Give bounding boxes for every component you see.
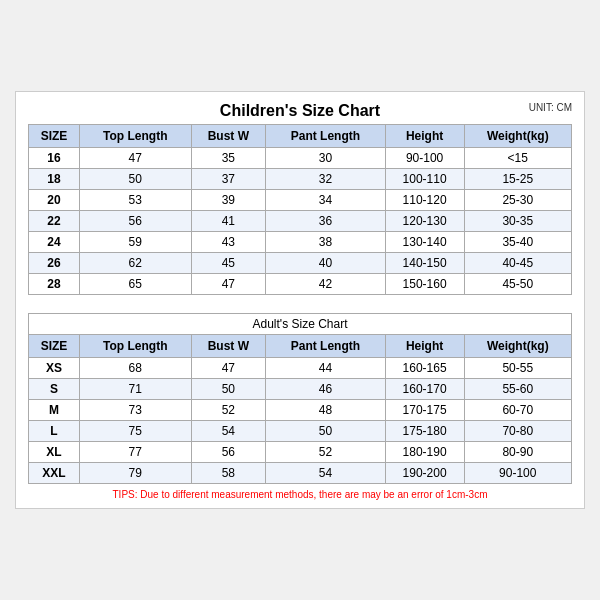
adult-col-header-weight: Weight(kg) (464, 335, 571, 358)
table-cell: 18 (29, 169, 80, 190)
table-row: XXL795854190-20090-100 (29, 463, 572, 484)
children-size-table: SIZE Top Length Bust W Pant Length Heigh… (28, 124, 572, 295)
table-cell: 55-60 (464, 379, 571, 400)
table-cell: 53 (79, 190, 191, 211)
table-cell: 22 (29, 211, 80, 232)
table-cell: 45 (191, 253, 266, 274)
table-cell: 50 (191, 379, 266, 400)
adults-title-row: Adult's Size Chart (29, 314, 572, 335)
table-cell: 60-70 (464, 400, 571, 421)
table-cell: 190-200 (385, 463, 464, 484)
adult-col-header-height: Height (385, 335, 464, 358)
table-cell: 48 (266, 400, 386, 421)
table-cell: 150-160 (385, 274, 464, 295)
table-cell: 160-165 (385, 358, 464, 379)
children-chart-title: Children's Size Chart (220, 102, 380, 120)
table-cell: 73 (79, 400, 191, 421)
table-cell: 90-100 (464, 463, 571, 484)
table-cell: L (29, 421, 80, 442)
table-cell: 65 (79, 274, 191, 295)
col-header-size: SIZE (29, 125, 80, 148)
table-cell: 59 (79, 232, 191, 253)
col-header-weight: Weight(kg) (464, 125, 571, 148)
table-cell: 43 (191, 232, 266, 253)
table-cell: 47 (79, 148, 191, 169)
table-row: 24594338130-14035-40 (29, 232, 572, 253)
table-cell: 56 (79, 211, 191, 232)
table-row: 1647353090-100<15 (29, 148, 572, 169)
table-cell: 110-120 (385, 190, 464, 211)
table-cell: 45-50 (464, 274, 571, 295)
adults-chart-title: Adult's Size Chart (29, 314, 572, 335)
table-cell: 15-25 (464, 169, 571, 190)
table-cell: 28 (29, 274, 80, 295)
table-cell: 36 (266, 211, 386, 232)
table-cell: 39 (191, 190, 266, 211)
unit-label: UNIT: CM (529, 102, 572, 113)
table-cell: XS (29, 358, 80, 379)
table-row: XL775652180-19080-90 (29, 442, 572, 463)
table-cell: 32 (266, 169, 386, 190)
table-cell: 175-180 (385, 421, 464, 442)
table-cell: 30 (266, 148, 386, 169)
table-cell: 56 (191, 442, 266, 463)
table-cell: 79 (79, 463, 191, 484)
table-row: XS684744160-16550-55 (29, 358, 572, 379)
table-row: S715046160-17055-60 (29, 379, 572, 400)
table-cell: 42 (266, 274, 386, 295)
table-cell: 35 (191, 148, 266, 169)
table-cell: 16 (29, 148, 80, 169)
table-cell: 52 (191, 400, 266, 421)
table-cell: 75 (79, 421, 191, 442)
table-cell: 26 (29, 253, 80, 274)
table-cell: 180-190 (385, 442, 464, 463)
table-cell: 130-140 (385, 232, 464, 253)
table-cell: 37 (191, 169, 266, 190)
adults-header-row: SIZE Top Length Bust W Pant Length Heigh… (29, 335, 572, 358)
col-header-bust-w: Bust W (191, 125, 266, 148)
table-cell: 80-90 (464, 442, 571, 463)
table-cell: 47 (191, 274, 266, 295)
table-cell: 90-100 (385, 148, 464, 169)
table-cell: 100-110 (385, 169, 464, 190)
children-header-row: SIZE Top Length Bust W Pant Length Heigh… (29, 125, 572, 148)
table-cell: 35-40 (464, 232, 571, 253)
tips-text: TIPS: Due to different measurement metho… (28, 489, 572, 500)
adult-col-header-pant-length: Pant Length (266, 335, 386, 358)
table-cell: 50-55 (464, 358, 571, 379)
chart-container: Children's Size Chart UNIT: CM SIZE Top … (15, 91, 585, 509)
table-row: 22564136120-13030-35 (29, 211, 572, 232)
main-title-row: Children's Size Chart UNIT: CM (28, 102, 572, 120)
table-cell: 47 (191, 358, 266, 379)
table-cell: 44 (266, 358, 386, 379)
col-header-top-length: Top Length (79, 125, 191, 148)
table-cell: XXL (29, 463, 80, 484)
table-cell: <15 (464, 148, 571, 169)
adult-col-header-bust-w: Bust W (191, 335, 266, 358)
table-cell: 62 (79, 253, 191, 274)
table-cell: 52 (266, 442, 386, 463)
table-row: 18503732100-11015-25 (29, 169, 572, 190)
table-cell: 40-45 (464, 253, 571, 274)
table-cell: 24 (29, 232, 80, 253)
table-cell: XL (29, 442, 80, 463)
table-cell: 140-150 (385, 253, 464, 274)
table-cell: 71 (79, 379, 191, 400)
table-cell: 68 (79, 358, 191, 379)
table-cell: 77 (79, 442, 191, 463)
table-cell: 46 (266, 379, 386, 400)
table-cell: 20 (29, 190, 80, 211)
table-cell: 170-175 (385, 400, 464, 421)
table-cell: 58 (191, 463, 266, 484)
col-header-height: Height (385, 125, 464, 148)
table-cell: 34 (266, 190, 386, 211)
table-cell: M (29, 400, 80, 421)
table-row: 28654742150-16045-50 (29, 274, 572, 295)
table-row: 26624540140-15040-45 (29, 253, 572, 274)
table-cell: S (29, 379, 80, 400)
table-cell: 120-130 (385, 211, 464, 232)
table-row: 20533934110-12025-30 (29, 190, 572, 211)
col-header-pant-length: Pant Length (266, 125, 386, 148)
table-cell: 160-170 (385, 379, 464, 400)
table-cell: 38 (266, 232, 386, 253)
